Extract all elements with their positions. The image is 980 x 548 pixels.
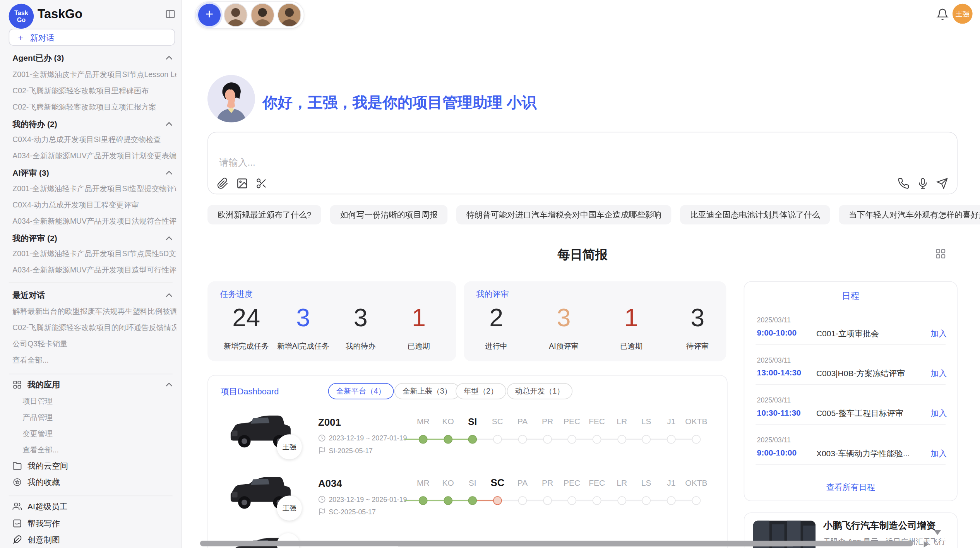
notification-bell-icon[interactable] [936, 8, 949, 21]
sidebar-item-help-writing[interactable]: 帮我写作 [27, 518, 60, 529]
app-link-product-mgmt[interactable]: 产品管理 [22, 413, 176, 423]
sidebar-item-creative-drawing[interactable]: 创意制图 [27, 534, 60, 546]
send-icon[interactable] [936, 178, 948, 190]
sidebar-section-my-todo[interactable]: 我的待办 (2) [12, 119, 163, 130]
sidebar-item[interactable]: C02-飞腾新能源轻客改款项目里程碑画布 [12, 86, 176, 96]
milestone-dot [543, 496, 552, 505]
chevron-up-icon[interactable] [165, 121, 173, 127]
avatar[interactable] [278, 3, 301, 27]
sidebar-section-my-apps[interactable]: 我的应用 [27, 379, 60, 390]
chevron-up-icon[interactable] [165, 293, 173, 298]
sidebar-collapse-icon[interactable] [165, 9, 175, 19]
milestone-dot [493, 435, 502, 444]
milestone-label: MR [411, 416, 436, 428]
sidebar-item-favorites[interactable]: 我的收藏 [27, 477, 60, 488]
app-link-change-mgmt[interactable]: 变更管理 [22, 429, 176, 439]
sidebar-item[interactable]: Z001-全新燃油轻卡产品开发项目SI造型提交物评审 [12, 184, 176, 194]
filter-tab-platform[interactable]: 全新平台（4） [328, 383, 394, 399]
recent-chat-item[interactable]: C02-飞腾新能源轻客改款项目的闭环通告反馈情况 [12, 322, 176, 333]
schedule-time: 10:30-11:30 [757, 408, 801, 417]
chevron-up-icon[interactable] [165, 382, 173, 388]
attachment-icon[interactable] [217, 178, 229, 190]
scroll-down-arrow[interactable] [934, 530, 941, 535]
project-flag-date: SI-2025-05-17 [318, 447, 373, 454]
recent-view-all[interactable]: 查看全部... [12, 355, 176, 365]
chevron-up-icon[interactable] [165, 236, 173, 241]
stat-label: 新增完成任务 [216, 341, 276, 352]
sidebar-item[interactable]: Z001-全新燃油皮卡产品开发项目SI节点Lesson Learn报告 [12, 69, 176, 80]
stat-label: 已逾期 [601, 341, 661, 352]
avatar[interactable] [224, 3, 247, 27]
milestone-dot [567, 435, 576, 444]
sidebar-item[interactable]: C0X4-动力总成开发项目SI里程碑提交物检查 [12, 134, 176, 145]
chat-input-card [207, 132, 958, 194]
view-all-schedule-link[interactable]: 查看所有日程 [744, 482, 957, 493]
sidebar-item-cloud-space[interactable]: 我的云空间 [27, 461, 68, 472]
recent-chat-item[interactable]: 公司Q3轻卡销量 [12, 339, 176, 349]
sidebar-section-my-review[interactable]: 我的评审 (2) [12, 233, 163, 244]
milestone-label: J1 [659, 477, 684, 489]
apps-view-all[interactable]: 查看全部... [22, 445, 176, 456]
new-chat-button[interactable]: ＋新对话 [9, 29, 175, 46]
milestone-label: LR [609, 477, 634, 489]
avatar[interactable] [251, 3, 274, 27]
milestone-label: FEC [584, 416, 610, 428]
microphone-icon[interactable] [917, 178, 929, 190]
filter-tab-powertrain[interactable]: 动总开发（1） [507, 383, 572, 399]
sidebar-item[interactable]: C0X4-动力总成开发项目工程变更评审 [12, 200, 176, 211]
sidebar-item[interactable]: A034-全新新能源MUV产品开发项目法规符合性评审 [12, 216, 176, 227]
clock-icon [318, 496, 326, 503]
milestone-dot [617, 496, 626, 505]
suggestion-chip[interactable]: 比亚迪全固态电池计划具体说了什么 [680, 205, 830, 224]
app-root: Task Go TaskGo ＋新对话 Agent已办 (3) Z001-全新燃… [0, 0, 980, 548]
milestone-label: LS [634, 477, 659, 489]
join-link[interactable]: 加入 [930, 408, 947, 419]
image-icon[interactable] [236, 178, 248, 190]
milestone-label: PR [535, 477, 560, 489]
filter-tab-body[interactable]: 全新上装（3） [394, 383, 460, 399]
suggestion-chip[interactable]: 欧洲新规最近颁布了什么? [207, 205, 321, 224]
milestone-dot [518, 435, 527, 444]
recent-chat-item[interactable]: 解释最新出台的欧盟报废车法规再生塑料比例被调至15%... [12, 306, 176, 317]
milestone-label: FEC [584, 477, 610, 489]
suggestion-chip[interactable]: 如何写一份清晰的项目周报 [330, 205, 448, 224]
sidebar-item-ai-employee[interactable]: AI超级员工 [27, 501, 68, 512]
layout-grid-icon[interactable] [935, 248, 946, 259]
scissors-icon[interactable] [255, 178, 267, 190]
scroll-right-arrow[interactable] [924, 541, 929, 547]
star-badge-icon [12, 478, 22, 487]
chevron-up-icon[interactable] [165, 55, 173, 61]
milestone-dot [692, 435, 701, 444]
stat-value: 3 [331, 304, 391, 331]
suggestion-chip[interactable]: 特朗普可能对进口汽车增税会对中国车企造成哪些影响 [456, 205, 671, 224]
app-link-project-mgmt[interactable]: 项目管理 [22, 396, 176, 407]
join-link[interactable]: 加入 [930, 448, 947, 459]
project-flag-date: SC-2025-05-17 [318, 508, 376, 515]
filter-tab-year[interactable]: 年型（2） [456, 383, 506, 399]
phone-icon[interactable] [898, 178, 910, 190]
milestone-track: MR KO SI SC PA PR PEC FEC LR LS J1 OKTB [411, 416, 699, 450]
schedule-item-title: C003|H0B-方案冻结评审 [816, 368, 923, 379]
sidebar-section-ai-review[interactable]: AI评审 (3) [12, 168, 163, 179]
user-avatar[interactable]: 王强 [953, 4, 973, 24]
suggestion-chip[interactable]: 当下年轻人对汽车外观有怎样的喜好趋势 [839, 205, 980, 224]
milestone-dot [543, 435, 552, 444]
sidebar-section-agent-done[interactable]: Agent已办 (3) [12, 53, 163, 64]
users-icon [12, 502, 22, 511]
chat-input[interactable] [218, 156, 783, 168]
join-link[interactable]: 加入 [930, 328, 947, 339]
app-logo: Task Go [9, 4, 34, 29]
sidebar-section-recent-chats[interactable]: 最近对话 [12, 290, 163, 301]
sidebar-item[interactable]: A034-全新新能源MUV产品开发项目计划变更表编写 [12, 151, 176, 161]
task-progress-card: 任务进度 24 新增完成任务 3 新增AI完成任务 3 我的待办 1 已逾期 [207, 281, 456, 361]
add-button[interactable]: + [198, 4, 221, 26]
join-link[interactable]: 加入 [930, 368, 947, 379]
horizontal-scrollbar-thumb[interactable] [200, 541, 913, 546]
sidebar-item[interactable]: Z001-全新燃油轻卡产品开发项目SI节点属性5D文件评审 [12, 249, 176, 259]
sidebar-item[interactable]: C02-飞腾新能源轻客改款项目立项汇报方案 [12, 102, 176, 112]
sidebar-item[interactable]: A034-全新新能源MUV产品开发项目造型可行性评审 [12, 265, 176, 276]
milestone-dot [593, 435, 601, 444]
milestone-dot [468, 496, 477, 505]
milestone-label: PA [510, 477, 535, 489]
chevron-up-icon[interactable] [165, 170, 173, 176]
